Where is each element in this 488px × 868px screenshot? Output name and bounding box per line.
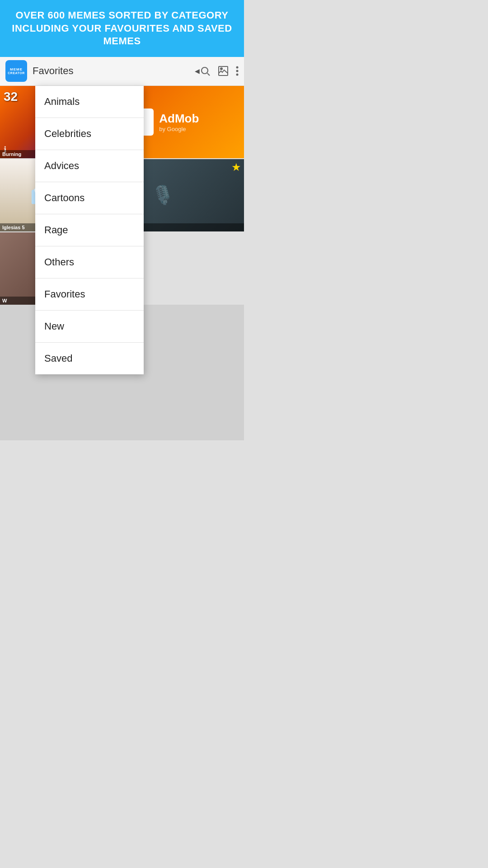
- menu-item-rage[interactable]: Rage: [35, 214, 144, 246]
- app-icon-meme-label: MEME: [10, 67, 23, 71]
- banner-text: OVER 600 MEMES SORTED BY CATEGORY INCLUD…: [7, 9, 237, 48]
- admob-sub-text: by Google: [159, 126, 199, 132]
- svg-point-3: [221, 68, 222, 70]
- app-bar: MEME CREATOR Favorites ◀: [0, 57, 244, 86]
- app-bar-title: Favorites: [33, 65, 193, 77]
- gallery-button[interactable]: [218, 66, 229, 76]
- menu-item-celebrities[interactable]: Celebrities: [35, 118, 144, 150]
- dropdown-menu: Animals Celebrities Advices Cartoons Rag…: [35, 86, 144, 374]
- menu-item-saved[interactable]: Saved: [35, 343, 144, 374]
- app-bar-actions: [200, 66, 239, 76]
- svg-point-5: [236, 70, 239, 72]
- cell-number: 32: [4, 90, 18, 104]
- svg-point-4: [236, 66, 239, 69]
- admob-brand-text: AdMob: [159, 112, 199, 126]
- favorite-star-prats: ★: [231, 162, 241, 173]
- menu-item-others[interactable]: Others: [35, 246, 144, 278]
- more-menu-button[interactable]: [236, 66, 239, 76]
- svg-point-6: [236, 74, 239, 76]
- top-banner: OVER 600 MEMES SORTED BY CATEGORY INCLUD…: [0, 0, 244, 57]
- app-icon-creator-label: CREATOR: [8, 71, 24, 75]
- menu-item-favorites[interactable]: Favorites: [35, 278, 144, 311]
- svg-point-0: [202, 67, 208, 74]
- svg-line-1: [207, 73, 210, 75]
- search-button[interactable]: [200, 66, 211, 76]
- dropdown-arrow-icon[interactable]: ◀: [195, 67, 200, 75]
- menu-item-cartoons[interactable]: Cartoons: [35, 182, 144, 214]
- content-area: 32 ℹ Burning G AdMob by Google: [0, 86, 244, 305]
- menu-item-advices[interactable]: Advices: [35, 150, 144, 182]
- app-icon[interactable]: MEME CREATOR: [5, 60, 27, 82]
- menu-item-new[interactable]: New: [35, 311, 144, 343]
- menu-item-animals[interactable]: Animals: [35, 86, 144, 118]
